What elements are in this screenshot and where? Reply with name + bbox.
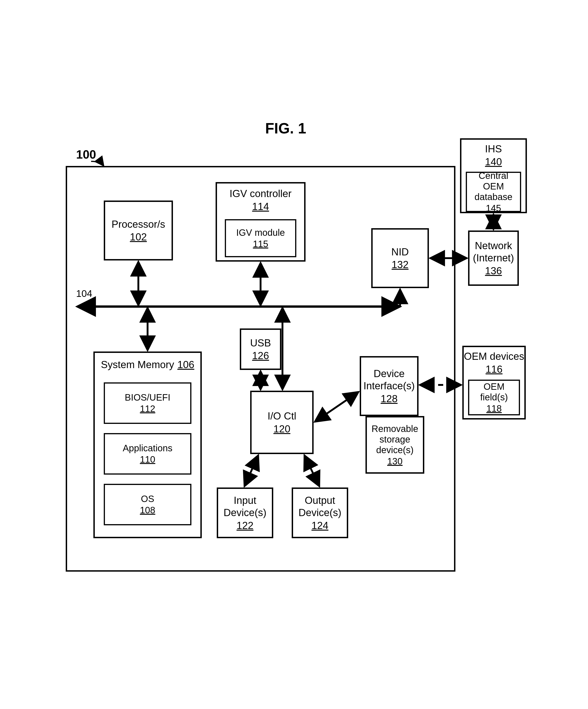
label: IGV controller xyxy=(230,188,292,200)
block-oem-devices: OEM devices 116 OEM field(s) 118 xyxy=(462,346,526,420)
ref-num: 122 xyxy=(236,520,253,531)
label: IHS xyxy=(485,143,502,155)
block-os: OS 108 xyxy=(104,484,191,525)
block-ihs-remote: IHS 140 Central OEM database 145 xyxy=(460,138,527,213)
ref-num: 106 xyxy=(177,359,194,370)
block-removable-storage: Removable storage device(s) 130 xyxy=(365,416,424,474)
label: OEM field(s) xyxy=(469,381,519,402)
label: Central OEM database xyxy=(467,170,520,202)
ref-num: 128 xyxy=(381,393,398,404)
block-bios: BIOS/UEFI 112 xyxy=(104,383,191,424)
block-applications: Applications 110 xyxy=(104,433,191,475)
label: I/O Ctl xyxy=(267,410,296,422)
label: OS xyxy=(141,494,154,504)
ref-num: 102 xyxy=(130,231,147,243)
label: Device Interface(s) xyxy=(363,368,415,392)
ref-num: 108 xyxy=(140,505,155,516)
ref-num: 118 xyxy=(486,403,502,414)
label: Applications xyxy=(123,443,173,453)
ref-num: 112 xyxy=(140,403,155,414)
block-igv-controller: IGV controller 114 IGV module 115 xyxy=(215,182,306,262)
label: Output Device(s) xyxy=(299,494,341,519)
label: BIOS/UEFI xyxy=(125,392,171,403)
label: OEM devices xyxy=(464,350,525,363)
label: IGV module xyxy=(236,227,285,238)
block-device-interfaces: Device Interface(s) 128 xyxy=(360,356,418,416)
ref-num: 116 xyxy=(486,364,503,375)
bus-ref-104: 104 xyxy=(76,288,92,299)
ref-num: 114 xyxy=(252,201,269,212)
figure-title: FIG. 1 xyxy=(265,120,306,137)
ref-num: 126 xyxy=(252,350,269,361)
label: USB xyxy=(250,337,271,349)
ref-num: 124 xyxy=(311,520,328,531)
ref-num: 130 xyxy=(387,456,403,467)
figure-ref-100: 100 xyxy=(76,148,96,161)
label: Removable storage device(s) xyxy=(372,423,418,455)
label: Network (Internet) xyxy=(473,240,514,264)
ref-num: 136 xyxy=(485,265,502,277)
block-ioctl: I/O Ctl 120 xyxy=(250,391,314,454)
block-oem-database: Central OEM database 145 xyxy=(466,172,521,212)
block-oem-fields: OEM field(s) 118 xyxy=(468,379,520,415)
block-igv-module: IGV module 115 xyxy=(225,219,296,257)
ref-num: 132 xyxy=(391,259,408,270)
block-system-memory: System Memory 106 BIOS/UEFI 112 Applicat… xyxy=(94,351,202,538)
label: NID xyxy=(391,246,409,258)
block-nid: NID 132 xyxy=(371,228,429,288)
block-output-devices: Output Device(s) 124 xyxy=(292,488,348,538)
label: Input Device(s) xyxy=(224,494,266,519)
ref-num: 145 xyxy=(486,203,501,213)
ref-num: 115 xyxy=(253,239,269,249)
block-network: Network (Internet) 136 xyxy=(468,231,519,286)
block-input-devices: Input Device(s) 122 xyxy=(217,488,273,538)
label: System Memory xyxy=(101,359,174,371)
ref-num: 140 xyxy=(485,156,502,167)
label: Processor/s xyxy=(111,218,165,231)
ref-num: 120 xyxy=(274,423,290,435)
ref-num: 110 xyxy=(140,454,155,465)
block-processor: Processor/s 102 xyxy=(104,201,173,260)
block-usb: USB 126 xyxy=(240,329,281,370)
